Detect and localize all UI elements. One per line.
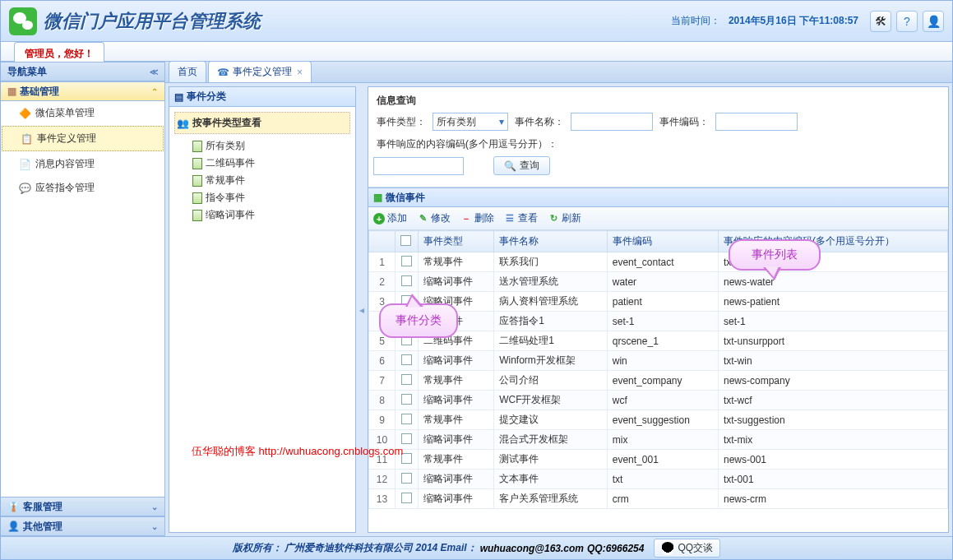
grid-column-header[interactable]: 事件名称 bbox=[494, 231, 608, 252]
row-checkbox[interactable] bbox=[396, 489, 419, 509]
table-row[interactable]: 7常规事件公司介绍event_companynews-company bbox=[369, 371, 948, 391]
minus-icon: − bbox=[460, 213, 472, 224]
grid-column-header[interactable]: 事件类型 bbox=[419, 231, 494, 252]
cell: 常规事件 bbox=[419, 371, 494, 391]
group-label: 其他管理 bbox=[23, 520, 62, 534]
tree-panel: ▤ 事件分类 👥 按事件类型查看 所有类别二维码事件常规事件指令事件缩略词事件 bbox=[169, 86, 356, 533]
add-button[interactable]: +添加 bbox=[373, 211, 407, 225]
table-row[interactable]: 10缩略词事件混合式开发框架mixtxt-mix bbox=[369, 430, 948, 450]
view-button[interactable]: ☰查看 bbox=[504, 211, 538, 225]
cell: 常规事件 bbox=[419, 252, 494, 272]
app-title: 微信门户应用平台管理系统 bbox=[44, 9, 261, 34]
table-row[interactable]: 6缩略词事件Winform开发框架wintxt-win bbox=[369, 351, 948, 371]
tree-item[interactable]: 指令事件 bbox=[192, 189, 350, 206]
sidebar-item[interactable]: 💬应答指令管理 bbox=[1, 176, 164, 200]
row-checkbox[interactable] bbox=[396, 470, 419, 489]
tab[interactable]: 首页 bbox=[169, 62, 206, 82]
cell: txt-001 bbox=[718, 470, 947, 489]
cell: 常规事件 bbox=[419, 410, 494, 430]
table-row[interactable]: 9常规事件提交建议event_suggestiontxt-suggestion bbox=[369, 410, 948, 430]
time-label: 当前时间： bbox=[671, 14, 720, 28]
group-other[interactable]: 👤 其他管理 ⌄ bbox=[1, 516, 164, 536]
type-label: 事件类型： bbox=[377, 115, 426, 129]
table-row[interactable]: 5二维码事件二维码处理1qrscene_1txt-unsurpport bbox=[369, 331, 948, 351]
row-checkbox[interactable] bbox=[396, 410, 419, 430]
cell: 联系我们 bbox=[494, 252, 608, 272]
row-checkbox[interactable] bbox=[396, 272, 419, 292]
cell: txt-unsurpport bbox=[718, 331, 947, 351]
tree-item[interactable]: 二维码事件 bbox=[192, 155, 350, 172]
tree-item[interactable]: 所有类别 bbox=[192, 137, 350, 155]
delete-button[interactable]: −删除 bbox=[460, 211, 494, 225]
nav-items: 🔶微信菜单管理📋事件定义管理📄消息内容管理💬应答指令管理 bbox=[1, 101, 164, 497]
row-checkbox[interactable] bbox=[396, 391, 419, 410]
grid-title-bar: ▦ 微信事件 bbox=[368, 187, 948, 207]
code-input[interactable] bbox=[715, 113, 798, 131]
sidebar: 导航菜单 ≪ ▦ 基础管理 ⌃ 🔶微信菜单管理📋事件定义管理📄消息内容管理💬应答… bbox=[1, 62, 165, 536]
people-icon: 👥 bbox=[177, 118, 189, 129]
nav-header[interactable]: 导航菜单 ≪ bbox=[1, 62, 164, 81]
tab-label: 首页 bbox=[178, 65, 197, 79]
tab[interactable]: ☎事件定义管理× bbox=[208, 62, 312, 82]
sidebar-item[interactable]: 📋事件定义管理 bbox=[2, 126, 164, 151]
table-row[interactable]: 13缩略词事件客户关系管理系统crmnews-crm bbox=[369, 489, 948, 509]
table-row[interactable]: 1常规事件联系我们event_contacttxt-contact bbox=[369, 252, 948, 272]
row-checkbox[interactable] bbox=[396, 371, 419, 391]
table-row[interactable]: 2缩略词事件送水管理系统waternews-water bbox=[369, 272, 948, 292]
footer-email: wuhuacong@163.com bbox=[480, 543, 584, 554]
collapse-icon[interactable]: ≪ bbox=[150, 67, 158, 76]
cell: event_suggestion bbox=[607, 410, 718, 430]
tools-button[interactable]: 🛠 bbox=[870, 11, 891, 32]
name-input[interactable] bbox=[571, 113, 653, 131]
cell: 病人资料管理系统 bbox=[494, 292, 608, 312]
name-label: 事件名称： bbox=[515, 115, 564, 129]
watermark: 伍华聪的博客 http://wuhuacong.cnblogs.com bbox=[192, 444, 403, 459]
cell: event_company bbox=[607, 371, 718, 391]
nav-item-label: 微信菜单管理 bbox=[35, 106, 95, 120]
tree-root[interactable]: 👥 按事件类型查看 bbox=[174, 112, 350, 134]
edit-button[interactable]: ✎修改 bbox=[417, 211, 451, 225]
refresh-button[interactable]: ↻刷新 bbox=[548, 211, 581, 225]
cell: 缩略词事件 bbox=[419, 430, 494, 450]
document-icon bbox=[192, 158, 202, 169]
table-row[interactable]: 12缩略词事件文本事件txttxt-001 bbox=[369, 470, 948, 489]
row-checkbox[interactable] bbox=[396, 252, 419, 272]
search-button-label: 查询 bbox=[520, 159, 539, 173]
row-index: 8 bbox=[369, 391, 396, 410]
user-button[interactable]: 👤 bbox=[923, 11, 944, 32]
search-button[interactable]: 🔍 查询 bbox=[493, 156, 550, 175]
sidebar-item[interactable]: 📄消息内容管理 bbox=[1, 152, 164, 176]
view-icon: ☰ bbox=[504, 213, 516, 224]
group-label: 基础管理 bbox=[20, 85, 59, 99]
sidebar-item[interactable]: 🔶微信菜单管理 bbox=[1, 101, 164, 125]
search-area: 信息查询 事件类型： 所有类别 ▾ 事件名称： 事件编码： bbox=[368, 87, 948, 187]
table-row[interactable]: 8缩略词事件WCF开发框架wcftxt-wcf bbox=[369, 391, 948, 410]
splitter[interactable]: ◂ bbox=[359, 86, 364, 533]
tree-root-label: 按事件类型查看 bbox=[192, 116, 261, 130]
tree-item[interactable]: 缩略词事件 bbox=[192, 206, 350, 224]
rescode-input[interactable] bbox=[373, 157, 464, 175]
help-button[interactable]: ? bbox=[896, 11, 918, 32]
group-service[interactable]: 👔 客服管理 ⌄ bbox=[1, 497, 164, 516]
cell: crm bbox=[607, 489, 718, 509]
grid-column-header[interactable]: 事件编码 bbox=[607, 231, 718, 252]
close-icon[interactable]: × bbox=[297, 67, 303, 78]
cell: 公司介绍 bbox=[494, 371, 608, 391]
grid-title: 微信事件 bbox=[386, 191, 425, 205]
col-checkbox[interactable] bbox=[396, 231, 419, 252]
cell: 缩略词事件 bbox=[419, 351, 494, 371]
time-value: 2014年5月16日 下午11:08:57 bbox=[729, 14, 858, 28]
cell: 应答指令1 bbox=[494, 312, 608, 331]
row-checkbox[interactable] bbox=[396, 351, 419, 371]
table-row[interactable]: 11常规事件测试事件event_001news-001 bbox=[369, 450, 948, 470]
copyright: 版权所有： 广州爱奇迪软件科技有限公司 2014 Email： bbox=[233, 541, 477, 555]
tree-item[interactable]: 常规事件 bbox=[192, 172, 350, 189]
cell: set-1 bbox=[607, 312, 718, 331]
cell: txt bbox=[607, 470, 718, 489]
cell: event_001 bbox=[607, 450, 718, 470]
document-icon bbox=[192, 141, 202, 152]
main-area: 首页☎事件定义管理× ▤ 事件分类 👥 按事件类型查看 所有类别二维码事 bbox=[165, 62, 952, 536]
qq-chat-button[interactable]: QQ交谈 bbox=[654, 539, 720, 558]
group-basic[interactable]: ▦ 基础管理 ⌃ bbox=[1, 81, 164, 101]
type-select[interactable]: 所有类别 ▾ bbox=[433, 113, 508, 131]
